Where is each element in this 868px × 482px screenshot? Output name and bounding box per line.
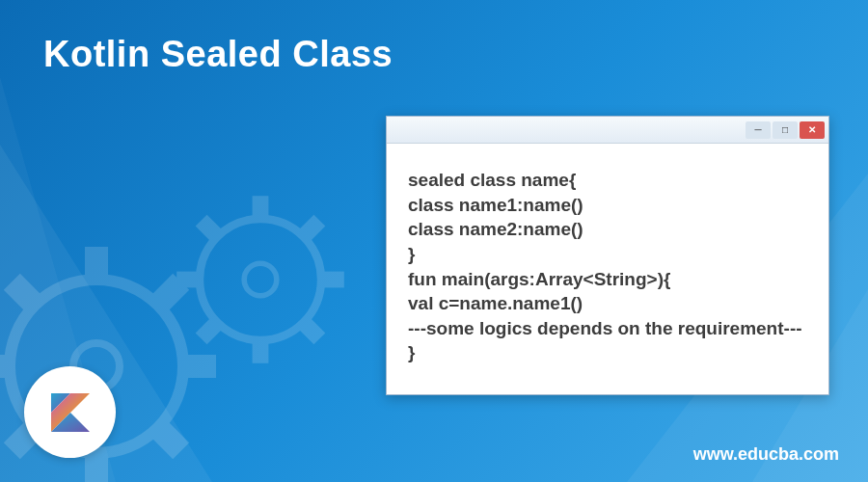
svg-rect-8: [185, 355, 216, 378]
code-window: ─ □ ✕ sealed class name{ class name1:nam…: [386, 116, 829, 395]
svg-rect-6: [85, 455, 108, 482]
code-body: sealed class name{ class name1:name() cl…: [387, 144, 828, 394]
svg-rect-18: [322, 272, 343, 288]
code-line: sealed class name{: [408, 168, 807, 193]
code-line: class name1:name(): [408, 193, 807, 218]
window-titlebar: ─ □ ✕: [387, 117, 828, 144]
page-title: Kotlin Sealed Class: [43, 34, 393, 75]
minimize-button[interactable]: ─: [746, 121, 771, 139]
svg-rect-7: [0, 355, 8, 378]
svg-point-14: [200, 219, 321, 340]
code-line: }: [408, 242, 807, 267]
close-button[interactable]: ✕: [800, 121, 825, 139]
svg-rect-5: [85, 247, 108, 278]
logo-badge: [24, 366, 116, 458]
footer-url: www.educba.com: [693, 444, 839, 465]
code-line: class name2:name(): [408, 217, 807, 242]
svg-point-23: [244, 263, 277, 296]
svg-rect-17: [176, 272, 198, 288]
maximize-button[interactable]: □: [773, 121, 798, 139]
kotlin-logo-icon: [47, 389, 94, 436]
code-line: val c=name.name1(): [408, 291, 807, 316]
window-controls: ─ □ ✕: [746, 121, 825, 139]
code-line: }: [408, 340, 807, 365]
svg-rect-15: [253, 196, 269, 217]
code-line: ---some logics depends on the requiremen…: [408, 316, 807, 341]
code-line: fun main(args:Array<String>){: [408, 267, 807, 292]
svg-rect-16: [253, 341, 269, 362]
